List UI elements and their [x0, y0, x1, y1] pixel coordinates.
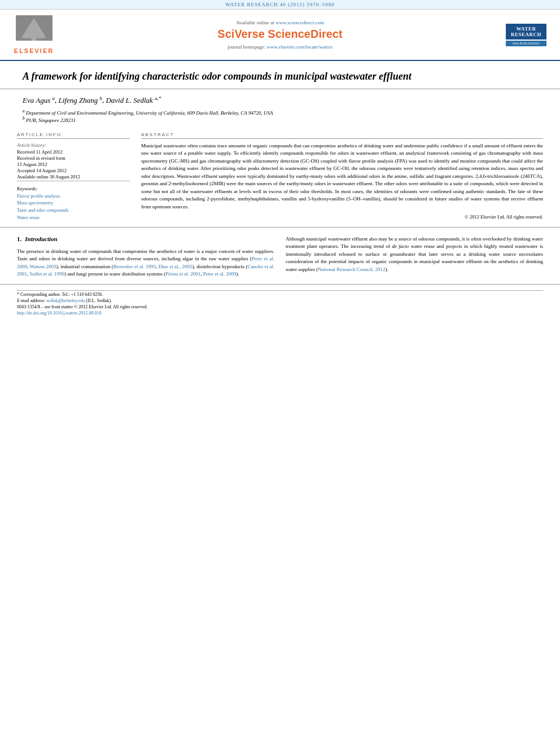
keyword-3: Taste and odor compounds [17, 207, 130, 214]
journal-homepage: journal homepage: www.elsevier.com/locat… [62, 44, 498, 50]
iwa-badge: IWA PUBLISHING [506, 41, 546, 46]
ref-suffet-1999[interactable]: Suffet et al. 1999 [30, 271, 65, 277]
keyword-4: Water reuse [17, 214, 130, 221]
article-info-header: ARTICLE INFO [17, 132, 130, 139]
keyword-2: Mass spectrometry [17, 199, 130, 207]
ref-peter-2009b[interactable]: Peter et al. 2009 [203, 271, 236, 277]
affiliation-a: a Department of Civil and Environmental … [23, 108, 537, 116]
page-header: ELSEVIER Available online at www.science… [0, 10, 560, 61]
issn-line: 0043-1354/$ – see front matter © 2012 El… [17, 304, 543, 309]
ref-watson-2003[interactable]: Watson 2003 [30, 264, 56, 269]
sciencedirect-span: ScienceDirect [268, 28, 342, 40]
journal-homepage-url[interactable]: www.elsevier.com/locate/watres [267, 44, 333, 50]
water-research-badge: WATERRESEARCH [506, 24, 546, 40]
section-number: 1. [17, 235, 21, 242]
doi-link[interactable]: http://dx.doi.org/10.1016/j.watres.2012.… [17, 311, 101, 316]
header-center: Available online at www.sciencedirect.co… [62, 20, 498, 50]
author-2: Lifeng Zhang b [58, 96, 102, 104]
journal-bar-text: WATER RESEARCH 46 (2012) 5970–5980 [225, 2, 335, 7]
intro-left-column: 1. Introduction The presence in drinking… [17, 235, 274, 278]
article-title-section: A framework for identifying characterist… [0, 61, 560, 89]
divider-1 [17, 181, 130, 181]
received-2-label: Received in revised form [17, 155, 130, 161]
ref-piriou-2001[interactable]: Piriou et al. 2001 [165, 271, 200, 277]
ref-diaz-2005[interactable]: Diaz et al., 2005 [159, 264, 193, 269]
intro-right-text: Although municipal wastewater effluent a… [286, 235, 543, 274]
available-online-date: Available online 30 August 2012 [17, 174, 130, 180]
copyright-line: © 2012 Elsevier Ltd. All rights reserved… [141, 214, 543, 220]
elsevier-tree-icon [16, 15, 53, 46]
author-3: David L. Sedlak a,* [106, 96, 161, 104]
water-research-logo: WATERRESEARCH IWA PUBLISHING [504, 24, 549, 46]
corresponding-author-note: * Corresponding author. Tel.: +1 510 643… [17, 292, 543, 297]
keywords-label: Keywords: [17, 186, 130, 191]
received-1: Received 11 April 2012 [17, 149, 130, 155]
article-title: A framework for identifying characterist… [23, 70, 537, 83]
author-1-sup: a [52, 95, 55, 101]
footer-divider [17, 290, 543, 291]
email-note: E-mail address: sedlak@berkeley.edu (D.L… [17, 298, 543, 303]
authors-section: Eva Agus a, Lifeng Zhang b, David L. Sed… [0, 89, 560, 126]
article-info-abstract-section: ARTICLE INFO Article history: Received 1… [0, 126, 560, 228]
svg-rect-3 [32, 38, 36, 41]
author-3-sup: a,* [155, 95, 161, 101]
intro-right-column: Although municipal wastewater effluent a… [286, 235, 543, 278]
elsevier-text: ELSEVIER [14, 47, 54, 54]
main-content: 1. Introduction The presence in drinking… [0, 228, 560, 284]
keyword-1: Flavor profile analysis [17, 193, 130, 200]
affiliations: a Department of Civil and Environmental … [23, 108, 537, 123]
article-info-column: ARTICLE INFO Article history: Received 1… [17, 132, 130, 221]
section-title: Introduction [25, 235, 57, 242]
sciverse-title: SciVerse ScienceDirect [62, 28, 498, 41]
corresponding-email[interactable]: sedlak@berkeley.edu [46, 298, 85, 303]
author-2-sup: b [99, 95, 102, 101]
elsevier-logo: ELSEVIER [11, 15, 56, 54]
affiliation-b: b PUB, Singapore 228231 [23, 116, 537, 123]
article-footer: * Corresponding author. Tel.: +1 510 643… [0, 284, 560, 321]
sciencedirect-url[interactable]: www.sciencedirect.com [275, 20, 324, 25]
author-1: Eva Agus a [23, 96, 55, 104]
available-online-text: Available online at www.sciencedirect.co… [62, 20, 498, 25]
doi-line: http://dx.doi.org/10.1016/j.watres.2012.… [17, 311, 543, 316]
abstract-header: ABSTRACT [141, 132, 543, 139]
water-research-title: WATERRESEARCH [509, 26, 543, 37]
ref-national-research[interactable]: National Research Council, 2012 [318, 267, 385, 272]
ref-brownlee-1993[interactable]: Brownlee et al. 1993 [113, 264, 156, 269]
sciverse-span: SciVerse [217, 28, 268, 40]
abstract-column: ABSTRACT Municipal wastewater often cont… [141, 132, 543, 221]
authors-list: Eva Agus a, Lifeng Zhang b, David L. Sed… [23, 95, 537, 104]
journal-bar: WATER RESEARCH 46 (2012) 5970–5980 [0, 0, 560, 10]
intro-left-text: The presence in drinking water of compou… [17, 248, 274, 278]
received-2-date: 13 August 2012 [17, 161, 130, 167]
history-label: Article history: [17, 142, 130, 148]
accepted-date: Accepted 14 August 2012 [17, 168, 130, 173]
abstract-text: Municipal wastewater often contains trac… [141, 142, 543, 211]
